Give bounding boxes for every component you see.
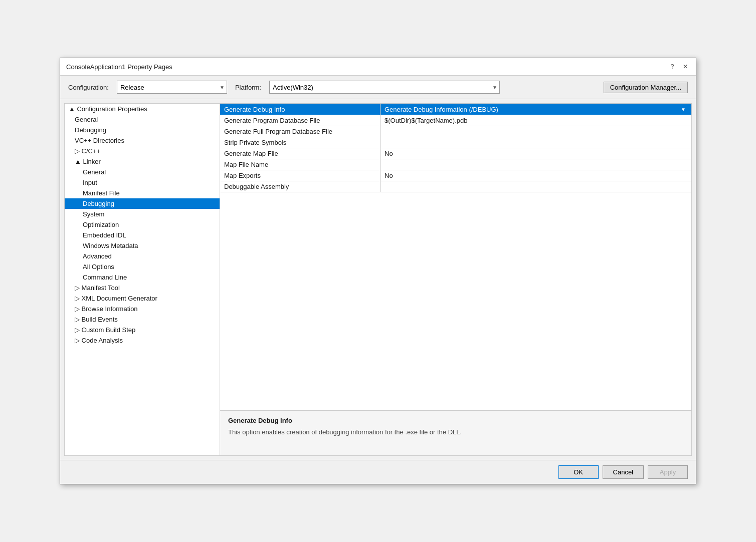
config-select-wrapper[interactable]: Release ▼ [117, 81, 227, 94]
tree-item-cpp[interactable]: ▷ C/C++ [65, 146, 220, 156]
prop-row-gen-map-file[interactable]: Generate Map FileNo [220, 148, 691, 159]
platform-select[interactable]: Active(Win32) [270, 81, 325, 93]
close-button[interactable]: ✕ [681, 62, 690, 71]
prop-name-gen-debug-info: Generate Debug Info [220, 104, 381, 115]
tree-item-linker-general[interactable]: General [65, 167, 220, 177]
toolbar: Configuration: Release ▼ Platform: Activ… [60, 76, 696, 99]
prop-row-gen-debug-info[interactable]: Generate Debug InfoGenerate Debug Inform… [220, 104, 691, 115]
prop-name-map-exports: Map Exports [220, 170, 381, 181]
description-title: Generate Debug Info [228, 417, 683, 424]
tree-item-browse-info[interactable]: ▷ Browse Information [65, 304, 220, 314]
tree-item-vc-dirs[interactable]: VC++ Directories [65, 135, 220, 146]
prop-value-text-gen-pdb-file: $(OutDir)$(TargetName).pdb [385, 117, 467, 124]
tree-item-xml-doc-gen[interactable]: ▷ XML Document Generator [65, 293, 220, 304]
tree-item-debugging-top[interactable]: Debugging [65, 125, 220, 135]
platform-select-wrapper[interactable]: Active(Win32) ▼ [269, 81, 500, 94]
prop-value-text-gen-debug-info: Generate Debug Information (/DEBUG) [385, 106, 498, 113]
help-button[interactable]: ? [668, 62, 677, 71]
tree-item-linker-all-options[interactable]: All Options [65, 261, 220, 272]
prop-row-map-exports[interactable]: Map ExportsNo [220, 170, 691, 181]
title-bar: ConsoleApplication1 Property Pages ? ✕ [60, 58, 696, 76]
prop-row-debuggable-assembly[interactable]: Debuggable Assembly [220, 181, 691, 192]
property-grid: Generate Debug InfoGenerate Debug Inform… [220, 104, 691, 410]
prop-name-debuggable-assembly: Debuggable Assembly [220, 181, 381, 192]
property-pages-dialog: ConsoleApplication1 Property Pages ? ✕ C… [60, 58, 696, 484]
prop-value-map-exports: No [381, 170, 691, 181]
prop-name-gen-pdb-file: Generate Program Database File [220, 115, 381, 126]
right-panel: Generate Debug InfoGenerate Debug Inform… [220, 103, 692, 456]
prop-value-gen-full-pdb [381, 126, 691, 137]
tree-item-linker-input[interactable]: Input [65, 177, 220, 188]
prop-row-map-file-name[interactable]: Map File Name [220, 159, 691, 170]
tree-item-custom-build-step[interactable]: ▷ Custom Build Step [65, 325, 220, 335]
config-manager-button[interactable]: Configuration Manager... [604, 82, 688, 93]
prop-name-map-file-name: Map File Name [220, 159, 381, 170]
tree-item-linker-system[interactable]: System [65, 209, 220, 219]
tree-panel: ▲ Configuration PropertiesGeneralDebuggi… [64, 103, 220, 456]
tree-item-manifest-tool[interactable]: ▷ Manifest Tool [65, 283, 220, 293]
main-content: ▲ Configuration PropertiesGeneralDebuggi… [60, 99, 696, 460]
description-panel: Generate Debug Info This option enables … [220, 410, 691, 455]
prop-row-gen-pdb-file[interactable]: Generate Program Database File$(OutDir)$… [220, 115, 691, 126]
cancel-button[interactable]: Cancel [603, 465, 644, 479]
tree-item-config-properties[interactable]: ▲ Configuration Properties [65, 104, 220, 114]
prop-value-gen-pdb-file: $(OutDir)$(TargetName).pdb [381, 115, 691, 126]
prop-value-map-file-name [381, 159, 691, 170]
apply-button[interactable]: Apply [648, 465, 688, 479]
tree-item-linker-command-line[interactable]: Command Line [65, 272, 220, 283]
prop-row-strip-private[interactable]: Strip Private Symbols [220, 137, 691, 148]
prop-name-gen-full-pdb: Generate Full Program Database File [220, 126, 381, 137]
prop-dropdown-btn-gen-debug-info[interactable]: ▼ [679, 105, 687, 113]
prop-row-gen-full-pdb[interactable]: Generate Full Program Database File [220, 126, 691, 137]
title-bar-buttons: ? ✕ [668, 62, 690, 71]
platform-dropdown-icon: ▼ [492, 85, 497, 90]
tree-item-linker-debugging[interactable]: Debugging [65, 198, 220, 209]
prop-value-gen-map-file: No [381, 148, 691, 159]
description-text: This option enables creation of debuggin… [228, 427, 683, 437]
prop-value-text-map-exports: No [385, 172, 393, 179]
dialog-title: ConsoleApplication1 Property Pages [66, 63, 172, 71]
config-label: Configuration: [68, 84, 109, 91]
prop-value-debuggable-assembly [381, 181, 691, 192]
tree-item-linker-embedded-idl[interactable]: Embedded IDL [65, 230, 220, 240]
dialog-footer: OK Cancel Apply [60, 460, 696, 484]
tree-item-linker-advanced[interactable]: Advanced [65, 251, 220, 261]
tree-item-linker-optimization[interactable]: Optimization [65, 219, 220, 230]
prop-value-strip-private [381, 137, 691, 148]
tree-item-code-analysis[interactable]: ▷ Code Analysis [65, 335, 220, 346]
tree-item-linker-manifest[interactable]: Manifest File [65, 188, 220, 198]
ok-button[interactable]: OK [558, 465, 599, 479]
config-select[interactable]: Release [117, 81, 156, 93]
prop-name-strip-private: Strip Private Symbols [220, 137, 381, 148]
tree-item-linker-windows-metadata[interactable]: Windows Metadata [65, 240, 220, 251]
tree-item-build-events[interactable]: ▷ Build Events [65, 314, 220, 325]
config-dropdown-icon: ▼ [220, 85, 225, 90]
tree-item-linker[interactable]: ▲ Linker [65, 156, 220, 167]
prop-value-text-gen-map-file: No [385, 150, 393, 157]
platform-label: Platform: [235, 84, 261, 91]
prop-value-gen-debug-info: Generate Debug Information (/DEBUG)▼ [381, 104, 691, 115]
tree-item-general[interactable]: General [65, 114, 220, 125]
prop-name-gen-map-file: Generate Map File [220, 148, 381, 159]
